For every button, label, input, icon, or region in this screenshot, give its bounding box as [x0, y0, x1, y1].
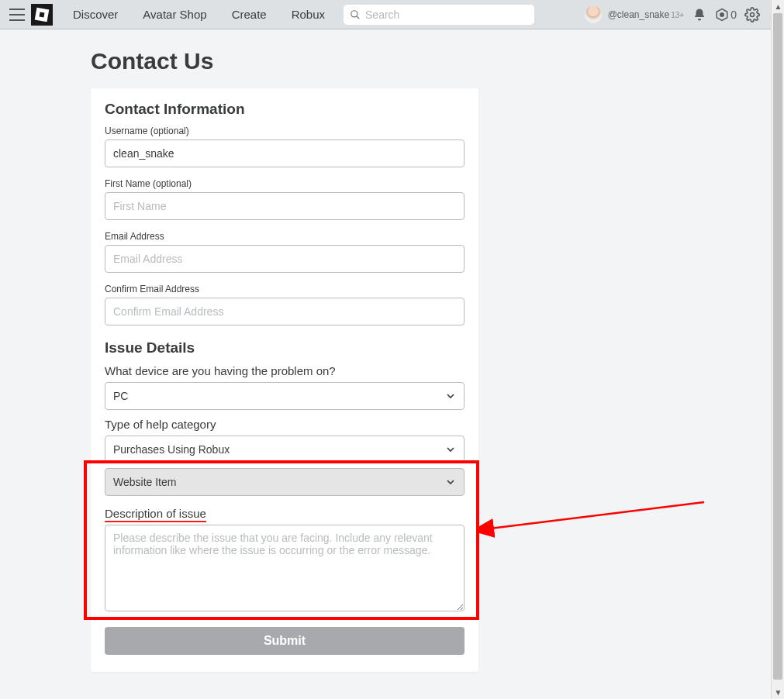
notifications-icon[interactable] [690, 5, 709, 24]
search-icon [350, 9, 361, 20]
device-select[interactable]: PC [105, 382, 465, 410]
confirm-email-input[interactable] [105, 298, 465, 325]
scrollbar[interactable]: ▲ ▼ [771, 0, 784, 699]
description-label: Description of issue [105, 507, 465, 520]
search-box[interactable] [344, 5, 534, 25]
roblox-logo[interactable] [31, 4, 53, 26]
svg-point-4 [751, 12, 755, 16]
username-input[interactable] [105, 139, 465, 167]
menu-icon[interactable] [9, 9, 25, 21]
device-label: What device are you having the problem o… [105, 364, 465, 377]
scroll-up-icon[interactable]: ▲ [772, 0, 784, 13]
category-select[interactable]: Purchases Using Robux [105, 436, 465, 463]
age-badge: 13+ [671, 11, 684, 19]
robux-balance[interactable]: 0 [715, 8, 737, 22]
subcategory-select[interactable]: Website Item [105, 468, 465, 496]
email-label: Email Address [105, 231, 465, 242]
email-input[interactable] [105, 245, 465, 273]
avatar[interactable] [585, 6, 602, 23]
nav-discover[interactable]: Discover [64, 8, 127, 21]
scrollbar-thumb[interactable] [773, 13, 782, 680]
firstname-label: First Name (optional) [105, 178, 465, 189]
contact-heading: Contact Information [105, 101, 465, 118]
scroll-down-icon[interactable]: ▼ [772, 686, 784, 699]
description-textarea[interactable] [105, 525, 465, 611]
submit-button[interactable]: Submit [105, 627, 465, 655]
nav-create[interactable]: Create [223, 8, 276, 21]
confirm-email-label: Confirm Email Address [105, 284, 465, 294]
settings-icon[interactable] [743, 5, 762, 24]
firstname-input[interactable] [105, 192, 465, 220]
username-label: Username (optional) [105, 126, 465, 136]
svg-line-1 [357, 15, 360, 19]
issue-heading: Issue Details [105, 339, 465, 356]
top-nav: Discover Avatar Shop Create Robux @clean… [0, 0, 771, 29]
nav-avatar-shop[interactable]: Avatar Shop [133, 8, 216, 21]
page-title: Contact Us [91, 48, 680, 74]
category-label: Type of help category [105, 418, 465, 431]
search-input[interactable] [365, 9, 528, 21]
svg-point-0 [351, 10, 357, 16]
username-link[interactable]: @clean_snake13+ [608, 9, 685, 20]
contact-card: Contact Information Username (optional) … [91, 88, 478, 672]
nav-robux[interactable]: Robux [282, 8, 334, 21]
svg-point-3 [720, 12, 724, 16]
